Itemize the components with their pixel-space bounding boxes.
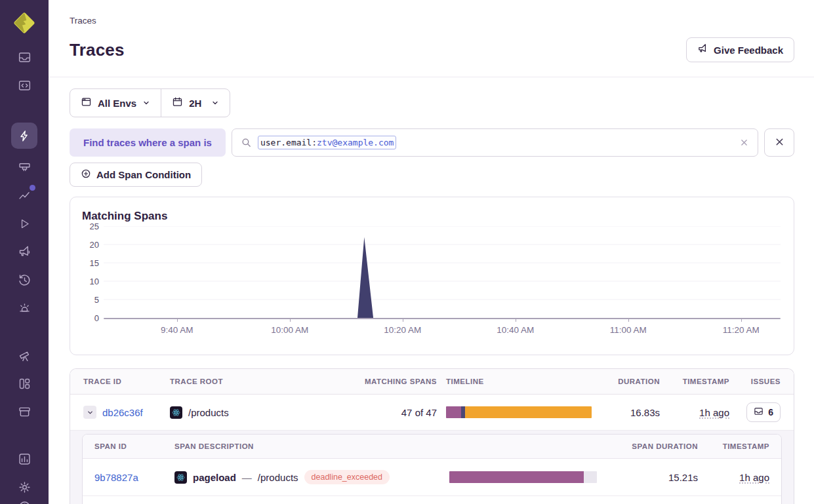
close-icon [774,136,785,149]
sidebar [0,0,49,504]
span-search-input[interactable]: user.email:ztv@example.com [232,128,758,157]
span-status-badge: deadline_exceeded [304,470,390,484]
span-duration-bar [449,471,597,483]
trace-duration: 16.83s [630,407,660,418]
col-span-duration: SPAN DURATION [632,442,698,450]
sidebar-item-issues[interactable] [11,47,37,67]
environment-value: All Envs [98,98,136,109]
span-timestamp: 1h ago [739,472,769,483]
sidebar-item-explore[interactable] [11,123,37,149]
collapse-trace-button[interactable] [83,406,96,419]
line-chart-icon [18,189,31,203]
breadcrumb[interactable]: Traces [70,16,794,26]
sidebar-item-settings[interactable] [11,477,37,497]
chart-plot [104,226,781,318]
circle-plus-icon [81,168,91,181]
add-span-condition-button[interactable]: Add Span Condition [70,163,202,187]
span-row: 9b78827a pageload — /products deadline_e… [83,459,781,496]
sidebar-item-feedback[interactable] [11,242,37,262]
col-issues: ISSUES [751,378,781,385]
play-icon [18,218,31,230]
sidebar-item-profiling[interactable] [11,157,37,177]
profiling-icon [18,161,31,174]
sidebar-item-integrations[interactable] [11,402,37,421]
app-root: Traces Traces Give Feedback All Envs [0,0,814,504]
page-header: Traces Traces Give Feedback [49,0,814,77]
sidebar-item-projects[interactable] [11,75,37,95]
sidebar-item-dashboards[interactable] [11,374,37,393]
trace-root-name: /products [188,407,229,418]
remove-condition-button[interactable] [764,128,794,157]
query-builder-row: Find traces where a span is user.email:z… [70,128,794,157]
sidebar-item-replays[interactable] [11,214,37,233]
token-value: ztv@example.com [317,138,394,147]
react-platform-icon [170,406,182,419]
col-timestamp: TIMESTAMP [683,378,729,385]
trace-row: db26c36f /products 47 of 47 16.83s 1h ag… [70,395,794,430]
issues-icon [754,406,763,418]
col-duration: DURATION [618,378,660,385]
col-span-id: SPAN ID [94,442,165,450]
token-key: user.email: [260,138,317,147]
matching-spans-count: 47 of 47 [401,407,437,418]
filter-bar: All Envs 2H [70,88,230,117]
span-duration: 15.21s [668,472,698,483]
traces-table-header: TRACE ID TRACE ROOT MATCHING SPANS TIMEL… [70,369,794,395]
col-span-description: SPAN DESCRIPTION [174,442,440,450]
chart-title: Matching Spans [82,210,781,223]
span-condition-label: Find traces where a span is [70,128,226,157]
col-timeline: TIMELINE [446,378,592,385]
trace-timeline-bar [446,406,592,418]
col-matching-spans: MATCHING SPANS [365,378,437,385]
archive-box-icon [18,405,31,419]
window-icon [81,96,92,109]
content: All Envs 2H Find traces where a span is … [49,77,814,504]
gear-icon [18,480,31,494]
span-id-link[interactable]: 9b78827a [94,472,165,483]
spans-table-header: SPAN ID SPAN DESCRIPTION SPAN DURATION T… [83,435,781,459]
search-filter-token[interactable]: user.email:ztv@example.com [258,136,397,149]
siren-icon [18,301,31,315]
clear-search-icon[interactable] [739,138,749,147]
megaphone-icon [697,43,708,56]
chevron-down-icon [211,98,219,109]
trace-issues-button[interactable]: 6 [746,402,781,422]
bar-chart-icon [18,452,31,466]
lightning-icon [18,129,31,143]
sidebar-item-alerts[interactable] [11,298,37,318]
sidebar-item-discover[interactable] [11,345,37,365]
history-clock-icon [18,273,31,287]
sidebar-item-metrics[interactable] [11,185,37,205]
environment-selector[interactable]: All Envs [70,89,161,117]
spans-table: SPAN ID SPAN DESCRIPTION SPAN DURATION T… [82,434,782,504]
matching-spans-chart: 0510152025 9:40 AM10:00 AM10:20 AM10:40 … [82,226,781,339]
time-range-selector[interactable]: 2H [161,89,230,117]
col-span-timestamp: TIMESTAMP [723,442,769,450]
give-feedback-button[interactable]: Give Feedback [686,37,794,62]
expanded-trace-section: SPAN ID SPAN DESCRIPTION SPAN DURATION T… [70,430,794,504]
trace-id-link[interactable]: db26c36f [102,407,143,418]
span-op: pageload [193,472,236,483]
sidebar-item-stats[interactable] [11,449,37,469]
chart-x-axis: 9:40 AM10:00 AM10:20 AM10:40 AM11:00 AM1… [104,319,781,339]
chart-y-axis: 0510152025 [82,226,99,318]
sidebar-nav [11,47,37,497]
sidebar-item-help[interactable] [11,497,37,504]
sentry-logo[interactable] [13,12,35,34]
megaphone-icon [18,245,31,259]
sidebar-item-releases[interactable] [11,270,37,290]
telescope-icon [18,349,31,362]
traces-table: TRACE ID TRACE ROOT MATCHING SPANS TIMEL… [70,368,794,504]
issues-icon [18,50,31,64]
search-icon [241,137,252,148]
help-icon [18,500,31,504]
span-description: /products [258,472,298,483]
col-trace-root: TRACE ROOT [170,378,356,385]
metrics-notification-dot [30,185,35,191]
projects-icon [18,79,31,92]
span-row: b7a7e441 ex http.server — GET /organizat… [83,496,781,504]
chevron-down-icon [142,98,150,109]
matching-spans-panel: Matching Spans 0510152025 9:40 AM10:00 A… [70,197,794,355]
react-platform-icon [174,471,187,484]
calendar-icon [172,96,183,109]
